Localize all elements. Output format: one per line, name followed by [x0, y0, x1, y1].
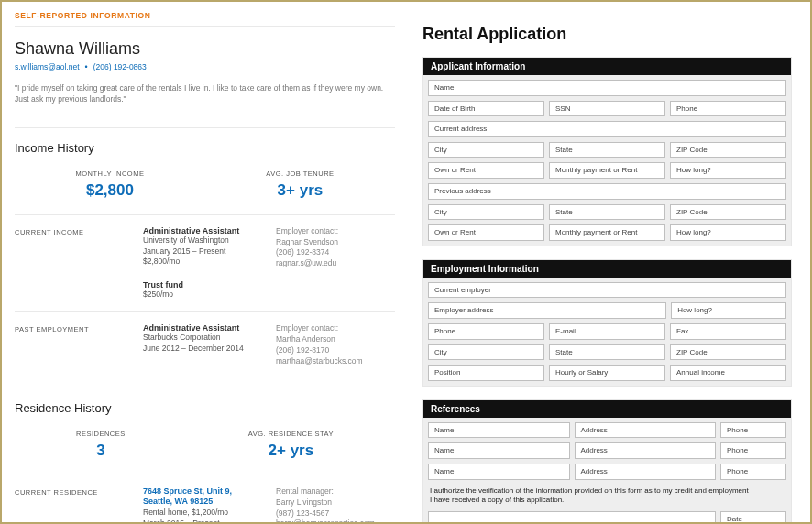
- row-main: Administrative Assistant University of W…: [143, 226, 276, 301]
- stat-value: 3: [76, 442, 126, 460]
- contact-name: Barry Livingston: [276, 497, 395, 508]
- job-title: Administrative Assistant: [143, 226, 267, 235]
- annual-income-field[interactable]: Annual income: [670, 365, 786, 381]
- authorization-text: I authorize the verification of the info…: [428, 485, 786, 512]
- ref-phone-field[interactable]: Phone: [720, 464, 786, 480]
- current-address-field[interactable]: Current address: [428, 121, 786, 137]
- block-body: Name Date of Birth SSN Phone Current add…: [423, 75, 791, 246]
- payment-field[interactable]: Monthly payment or Rent: [549, 224, 665, 241]
- city-field[interactable]: City: [428, 142, 544, 158]
- income-stats: MONTHLY INCOME $2,800 AVG. JOB TENURE 3+…: [15, 169, 395, 200]
- income-heading: Income History: [15, 127, 395, 155]
- phone-field[interactable]: Phone: [670, 101, 786, 117]
- ref-address-field[interactable]: Address: [575, 442, 717, 459]
- city-field[interactable]: City: [428, 344, 544, 361]
- job-amount: $2,800/mo: [143, 257, 267, 267]
- previous-address-field[interactable]: Previous address: [428, 183, 786, 200]
- employer-field[interactable]: Current employer: [428, 282, 786, 299]
- ref-address-field[interactable]: Address: [575, 464, 717, 480]
- block-heading: References: [423, 400, 791, 418]
- job-title: Administrative Assistant: [143, 323, 267, 333]
- date-field[interactable]: Date: [720, 511, 786, 524]
- zip-field[interactable]: ZIP Code: [670, 142, 786, 158]
- stat-label: MONTHLY INCOME: [75, 169, 144, 178]
- rental-sub: Rental home, $1,200/mo: [143, 508, 267, 519]
- ref-name-field[interactable]: Name: [428, 442, 570, 459]
- contact-name: Martha Anderson: [276, 334, 395, 345]
- job-dates: January 2015 – Present: [143, 246, 267, 257]
- stat-value: $2,800: [75, 181, 144, 200]
- position-field[interactable]: Position: [428, 365, 544, 381]
- fax-field[interactable]: Fax: [670, 323, 786, 340]
- current-income-row: CURRENT INCOME Administrative Assistant …: [15, 214, 395, 312]
- ref-name-field[interactable]: Name: [428, 464, 570, 480]
- applicant-name: Shawna Williams: [15, 39, 395, 59]
- contact-phone: (206) 192-8170: [276, 345, 395, 356]
- city-field[interactable]: City: [428, 204, 544, 221]
- contact-phone: (206) 192-8374: [276, 247, 395, 258]
- stat-avg-stay: AVG. RESIDENCE STAY 2+ yrs: [248, 430, 334, 460]
- signature-applicant-field[interactable]: [428, 511, 716, 524]
- stat-value: 2+ yrs: [248, 442, 334, 460]
- applicant-quote: "I pride myself on taking great care of …: [15, 82, 395, 105]
- ref-phone-field[interactable]: Phone: [720, 422, 786, 439]
- stat-value: 3+ yrs: [266, 181, 334, 200]
- block-heading: Employment Information: [423, 260, 791, 278]
- contact-label: Employer contact:: [276, 226, 395, 237]
- residence-stats: RESIDENCES 3 AVG. RESIDENCE STAY 2+ yrs: [15, 430, 395, 460]
- application-form-panel: Rental Application Applicant Information…: [422, 11, 792, 522]
- ref-phone-field[interactable]: Phone: [720, 442, 786, 459]
- block-heading: Applicant Information: [423, 58, 791, 75]
- hourly-salary-field[interactable]: Hourly or Salary: [549, 365, 665, 381]
- own-rent-field[interactable]: Own or Rent: [428, 224, 544, 241]
- phone-link[interactable]: (206) 192-0863: [93, 62, 147, 71]
- stat-label: RESIDENCES: [76, 430, 126, 438]
- stat-residences: RESIDENCES 3: [76, 430, 126, 460]
- ssn-field[interactable]: SSN: [549, 101, 665, 117]
- contact-phone: (987) 123-4567: [276, 508, 395, 519]
- contact-name: Ragnar Svendson: [276, 237, 395, 248]
- row-label: CURRENT INCOME: [15, 226, 143, 301]
- auth-line: I authorize the verification of the info…: [430, 486, 785, 497]
- state-field[interactable]: State: [549, 344, 665, 361]
- payment-field[interactable]: Monthly payment or Rent: [549, 162, 665, 179]
- email-field[interactable]: E-mail: [549, 323, 665, 340]
- row-label: PAST EMPLOYMENT: [15, 323, 143, 367]
- contact-label: Employer contact:: [276, 323, 395, 334]
- auth-line: I have received a copy of this applicati…: [430, 496, 785, 506]
- ref-name-field[interactable]: Name: [428, 422, 570, 439]
- ref-address-field[interactable]: Address: [575, 422, 717, 439]
- profile-panel: SELF-REPORTED INFORMATION Shawna William…: [15, 11, 395, 522]
- how-long-field[interactable]: How long?: [670, 224, 786, 241]
- how-long-field[interactable]: How long?: [671, 302, 786, 319]
- zip-field[interactable]: ZIP Code: [670, 344, 786, 361]
- address-line: Seattle, WA 98125: [143, 497, 267, 508]
- state-field[interactable]: State: [549, 142, 665, 158]
- name-field[interactable]: Name: [428, 80, 786, 96]
- form-title: Rental Application: [422, 25, 792, 44]
- dob-field[interactable]: Date of Birth: [428, 101, 544, 117]
- page-wrap: SELF-REPORTED INFORMATION Shawna William…: [2, 2, 810, 522]
- self-reported-tag: SELF-REPORTED INFORMATION: [15, 11, 395, 27]
- zip-field[interactable]: ZIP Code: [670, 204, 786, 221]
- contact-label: Rental manager:: [276, 486, 395, 497]
- employment-info-block: Employment Information Current employer …: [422, 259, 792, 387]
- contact-email: ragnar.s@uw.edu: [276, 258, 395, 269]
- rental-dates: March 2015 – Present: [143, 519, 267, 524]
- employer-address-field[interactable]: Employer address: [428, 302, 666, 319]
- own-rent-field[interactable]: Own or Rent: [428, 162, 544, 179]
- state-field[interactable]: State: [549, 204, 665, 221]
- stat-monthly-income: MONTHLY INCOME $2,800: [75, 169, 144, 200]
- rental-manager: Rental manager: Barry Livingston (987) 1…: [276, 486, 395, 524]
- dot-separator: •: [85, 62, 88, 71]
- email-link[interactable]: s.williams@aol.net: [15, 62, 80, 71]
- block-body: Current employer Employer address How lo…: [423, 278, 791, 386]
- job-dates: June 2012 – December 2014: [143, 344, 267, 355]
- how-long-field[interactable]: How long?: [670, 162, 786, 179]
- stat-job-tenure: AVG. JOB TENURE 3+ yrs: [266, 169, 334, 200]
- phone-field[interactable]: Phone: [428, 323, 544, 340]
- employer-contact: Employer contact: Martha Anderson (206) …: [276, 323, 395, 367]
- contact-email: barry@barrysproperties.com: [276, 519, 395, 524]
- contact-row: s.williams@aol.net • (206) 192-0863: [15, 62, 395, 71]
- row-main: 7648 Spruce St, Unit 9, Seattle, WA 9812…: [143, 486, 276, 524]
